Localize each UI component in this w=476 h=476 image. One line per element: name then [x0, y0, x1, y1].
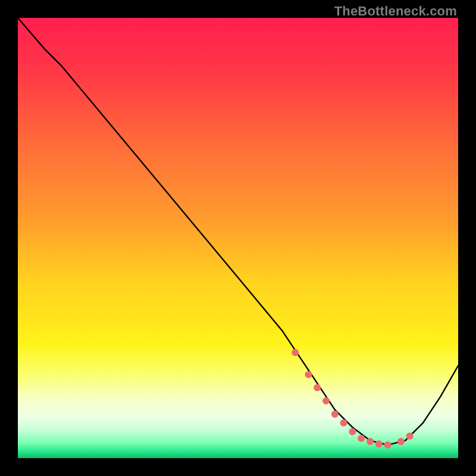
highlight-dot — [305, 371, 312, 378]
watermark-text: TheBottleneck.com — [334, 4, 457, 19]
plot-area — [18, 18, 458, 458]
highlight-dot — [397, 438, 405, 445]
highlight-dot — [314, 384, 321, 392]
highlight-dot — [375, 440, 383, 447]
highlight-dot — [331, 411, 339, 418]
bottleneck-curve — [18, 18, 458, 445]
highlight-dot — [406, 433, 414, 440]
highlight-dot — [349, 428, 356, 436]
chart-svg — [18, 18, 458, 458]
highlight-dot — [358, 435, 365, 442]
highlight-dot — [384, 441, 392, 449]
highlight-dot — [322, 397, 330, 405]
highlight-dot — [367, 438, 374, 445]
chart-frame: TheBottleneck.com — [0, 0, 476, 476]
highlight-dots — [292, 349, 413, 448]
highlight-dot — [340, 419, 347, 427]
highlight-dot — [292, 349, 299, 356]
